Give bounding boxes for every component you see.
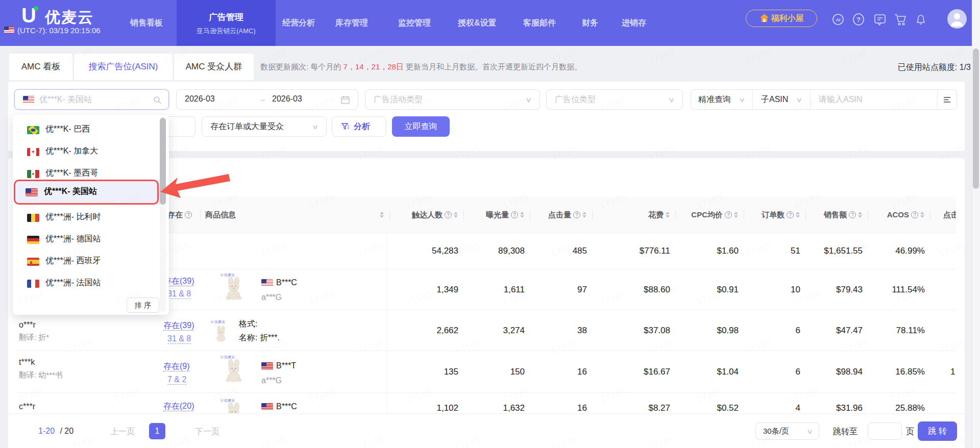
- exist-link[interactable]: 存在(9): [163, 361, 190, 371]
- asin-link[interactable]: B***T: [276, 361, 296, 370]
- marketplace-flag-icon: [261, 362, 273, 370]
- asin-link[interactable]: B***C: [276, 402, 297, 411]
- cell-value: 25.88%: [895, 403, 925, 413]
- exist-link[interactable]: 存在(20): [163, 401, 194, 411]
- mexico-flag-icon: [27, 170, 39, 178]
- cell-value: $16.67: [644, 367, 670, 377]
- name-label: 名称: 折***.: [239, 333, 280, 343]
- page-scrollbar-thumb[interactable]: [973, 48, 979, 189]
- pair-link[interactable]: 31 & 8: [167, 289, 191, 299]
- cell-value: 89,308: [498, 246, 525, 256]
- cell-value: 78.11%: [896, 326, 925, 336]
- site-dropdown: 优***K- 巴西 优***K- 加拿大 优***K- 墨西哥 优***K- 美…: [13, 115, 169, 315]
- cell-value: 1,632: [503, 403, 525, 413]
- chevron-down-icon: ∨: [807, 428, 814, 435]
- cell-value: $1.60: [717, 246, 739, 256]
- cell-value: $37.08: [644, 326, 670, 336]
- cell-value: 51: [791, 246, 800, 256]
- pair-link[interactable]: 7 & 2: [167, 375, 186, 385]
- table-row[interactable]: c***r 存在(20) U 优麦云 B***C: [0, 393, 965, 413]
- cell-value: 97: [577, 285, 587, 295]
- keyword: o***r: [19, 320, 36, 330]
- cell-value: 54,283: [432, 246, 458, 256]
- cell-value: 38: [577, 326, 587, 336]
- site-option-spain[interactable]: 优***洲- 西班牙: [17, 251, 159, 272]
- cell-value: 16: [577, 403, 587, 413]
- cell-value: 150: [510, 367, 525, 377]
- exist-link[interactable]: 存在(39): [163, 320, 194, 331]
- product-thumbnail[interactable]: U 优麦云: [214, 323, 228, 346]
- app-root: U 优麦云 (UTC-7): 03/19 20:15:06 销售看板 广告管理 …: [0, 0, 980, 448]
- cell-value: 6: [796, 326, 800, 336]
- keyword: t***k: [19, 358, 35, 367]
- table-row[interactable]: o***r 翻译: 折* 存在(39) 31 & 8 U 优麦云 格式: 名称:…: [0, 310, 965, 351]
- spain-flag-icon: [27, 258, 39, 266]
- product-thumbnail[interactable]: U 优麦云: [224, 359, 244, 384]
- marketplace-flag-icon: [261, 403, 273, 411]
- site-option-germany[interactable]: 优***洲- 德国站: [17, 229, 159, 251]
- cell-value: $0.91: [717, 285, 739, 295]
- cell-value: 10: [791, 285, 800, 295]
- cell-value: 16.85%: [895, 367, 925, 377]
- format-label: 格式:: [239, 319, 257, 330]
- sort-button[interactable]: 排 序: [127, 297, 159, 313]
- page-number-button[interactable]: 1: [149, 423, 165, 439]
- keyword: c***r: [19, 402, 35, 411]
- keyword-translation: 翻译: 折*: [19, 333, 49, 342]
- site-option-canada[interactable]: 优***K- 加拿大: [17, 141, 159, 163]
- cell-value: 6: [796, 367, 800, 377]
- cell-value: 4: [796, 403, 800, 413]
- cell-value: 1,349: [436, 285, 458, 295]
- germany-flag-icon: [27, 236, 39, 244]
- next-page-button[interactable]: 下一页: [195, 427, 219, 437]
- canada-flag-icon: [27, 148, 39, 156]
- marketplace-flag-icon: [261, 279, 273, 287]
- cell-value: 1,102: [436, 403, 458, 413]
- cell-value: $1.04: [717, 367, 739, 377]
- pagination-range: 1-20 / 20: [38, 427, 74, 436]
- product-thumbnail[interactable]: U 优麦云: [224, 277, 244, 302]
- cell-value: $47.47: [836, 326, 863, 336]
- parent-asin: a***G: [261, 376, 282, 385]
- cell-value: $0.52: [717, 403, 739, 413]
- page-unit-label: 页: [906, 427, 914, 437]
- jump-to-label: 跳转至: [833, 427, 857, 437]
- cell-value: $8.27: [648, 403, 670, 413]
- cell-value: $776.11: [640, 246, 670, 256]
- cell-value: 485: [573, 246, 587, 256]
- cell-value: 135: [444, 367, 458, 377]
- cell-value: 111.54%: [892, 285, 925, 295]
- cell-value: $88.60: [644, 285, 670, 295]
- site-option-france[interactable]: 优***洲- 法国站: [17, 272, 159, 294]
- keyword-translation: 翻译: 幼***书: [19, 370, 63, 380]
- page-size-select[interactable]: 30条/页 ∨: [755, 422, 819, 440]
- asin-link[interactable]: B***C: [276, 278, 297, 287]
- annotation-highlight-box: [14, 180, 159, 205]
- product-thumbnail[interactable]: U 优麦云: [224, 402, 244, 413]
- cell-value: $79.43: [836, 285, 863, 295]
- cell-value: 16: [577, 367, 587, 377]
- cell-value: 3,274: [503, 326, 525, 336]
- prev-page-button[interactable]: 上一页: [110, 427, 135, 437]
- jump-button[interactable]: 跳 转: [918, 421, 957, 441]
- site-option-brazil[interactable]: 优***K- 巴西: [17, 119, 159, 141]
- cell-value: 46.99%: [895, 246, 925, 256]
- brazil-flag-icon: [27, 126, 39, 134]
- cell-value-clipped: 1: [950, 367, 956, 377]
- france-flag-icon: [27, 280, 39, 288]
- jump-page-input[interactable]: [868, 422, 902, 440]
- pair-link[interactable]: 31 & 8: [167, 334, 191, 344]
- cell-value: $31.96: [836, 403, 863, 413]
- cell-value: $98.94: [836, 367, 863, 377]
- belgium-flag-icon: [27, 214, 39, 222]
- cell-value: 1,611: [504, 285, 525, 295]
- site-option-belgium[interactable]: 优***洲- 比利时: [17, 207, 159, 229]
- cell-value: 2,662: [436, 326, 458, 336]
- table-row[interactable]: t***k 翻译: 幼***书 存在(9) 7 & 2 U 优麦云 B***T …: [0, 351, 965, 393]
- annotation-arrow: [159, 171, 231, 198]
- parent-asin: a***G: [261, 293, 282, 302]
- cell-value: $1,651.55: [824, 246, 863, 256]
- cell-value: $0.98: [717, 326, 739, 336]
